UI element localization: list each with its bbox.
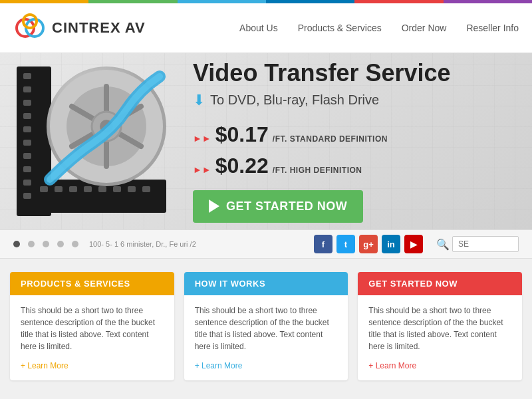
price-arrow-hd: ►► [193,164,211,175]
svg-rect-6 [23,100,31,106]
box-products-header: PRODUCTS & SERVICES [10,272,174,295]
hero-subtitle: ⬇ To DVD, Blu-ray, Flash Drive [193,92,519,109]
svg-rect-4 [23,73,31,79]
carousel-dot-1[interactable] [13,241,20,247]
logo-icon [13,11,47,45]
box-products-body: This should be a short two to three sent… [10,295,174,380]
svg-rect-18 [84,186,92,192]
svg-rect-9 [23,140,31,146]
social-icons-group: f t g+ in ▶ [314,235,423,253]
svg-rect-7 [23,113,31,119]
cta-label: GET STARTED NOW [226,200,347,213]
play-icon [209,200,219,213]
svg-rect-8 [23,126,31,132]
price-label-hd: /FT. HIGH DEFINITION [273,166,362,175]
box-how-header: HOW IT WORKS [184,272,348,295]
logo-text: CINTREX AV [52,19,146,37]
svg-rect-17 [69,186,77,192]
social-twitter[interactable]: t [336,235,355,253]
header: CINTREX AV About Us Products & Services … [0,3,532,53]
main-nav: About Us Products & Services Order Now R… [239,23,519,33]
top-color-bar [0,0,532,3]
price-amount-sd: $0.17 [215,122,269,147]
film-reel-graphic [7,57,180,226]
carousel-dot-3[interactable] [43,241,49,247]
box-get-started: GET STARTED NOW This should be a short t… [358,272,522,380]
nav-about[interactable]: About Us [239,23,278,33]
box-products: PRODUCTS & SERVICES This should be a sho… [10,272,174,380]
box-get-header: GET STARTED NOW [358,272,522,295]
nav-order[interactable]: Order Now [402,23,447,33]
nav-reseller[interactable]: Reseller Info [466,23,519,33]
nav-products[interactable]: Products & Services [298,23,382,33]
price-row-sd: ►► $0.17 /FT. STANDARD DEFINITION [193,122,519,147]
social-youtube[interactable]: ▶ [404,235,423,253]
carousel-dot-2[interactable] [28,241,35,247]
box-get-learn-more[interactable]: + Learn More [368,361,416,370]
box-how-learn-more[interactable]: + Learn More [195,361,243,370]
svg-rect-12 [23,180,31,186]
carousel-info-text: 100- 5- 1 6 minister, Dr., Fe uri /2 [89,240,306,248]
bar-seg-4 [266,0,354,3]
svg-rect-22 [142,186,150,192]
box-get-body: This should be a short two to three sent… [358,295,522,380]
svg-rect-13 [23,193,31,199]
search-input[interactable] [452,236,519,252]
svg-rect-11 [23,166,31,172]
box-how-desc: This should be a short two to three sent… [195,305,338,352]
search-button[interactable]: 🔍 [436,238,450,251]
search-bar: 🔍 [436,236,519,252]
carousel-social-bar: 100- 5- 1 6 minister, Dr., Fe uri /2 f t… [0,229,532,259]
box-products-desc: This should be a short two to three sent… [21,305,164,352]
hero-title: Video Transfer Service [193,60,519,86]
bar-seg-5 [354,0,443,3]
box-products-learn-more[interactable]: + Learn More [21,361,68,370]
hero-film-area [0,53,186,229]
price-label-sd: /FT. STANDARD DEFINITION [273,134,388,144]
bar-seg-1 [0,0,88,3]
bar-seg-2 [88,0,177,3]
svg-rect-21 [128,186,136,192]
svg-rect-16 [55,186,63,192]
svg-rect-19 [98,186,106,192]
price-row-hd: ►► $0.22 /FT. HIGH DEFINITION [193,154,519,178]
hero-content: Video Transfer Service ⬇ To DVD, Blu-ray… [186,53,532,229]
bar-seg-3 [178,0,266,3]
svg-rect-20 [113,186,121,192]
svg-rect-10 [23,153,31,159]
price-arrow-sd: ►► [193,133,211,144]
svg-rect-15 [40,186,48,192]
hero-subtitle-text: To DVD, Blu-ray, Flash Drive [210,92,379,108]
cta-button[interactable]: GET STARTED NOW [193,190,363,223]
box-get-desc: This should be a short two to three sent… [368,305,511,352]
logo[interactable]: CINTREX AV [13,11,146,45]
hero-banner: Video Transfer Service ⬇ To DVD, Blu-ray… [0,53,532,229]
social-linkedin[interactable]: in [382,235,400,253]
social-googleplus[interactable]: g+ [359,235,378,253]
bar-seg-6 [444,0,532,3]
price-amount-hd: $0.22 [215,154,269,178]
svg-rect-5 [23,86,31,92]
social-facebook[interactable]: f [314,235,332,253]
subtitle-icon: ⬇ [193,92,205,109]
carousel-dot-5[interactable] [72,241,78,247]
info-boxes-row: PRODUCTS & SERVICES This should be a sho… [0,259,532,394]
box-how-it-works: HOW IT WORKS This should be a short two … [184,272,348,380]
box-how-body: This should be a short two to three sent… [184,295,348,380]
carousel-dot-4[interactable] [57,241,64,247]
